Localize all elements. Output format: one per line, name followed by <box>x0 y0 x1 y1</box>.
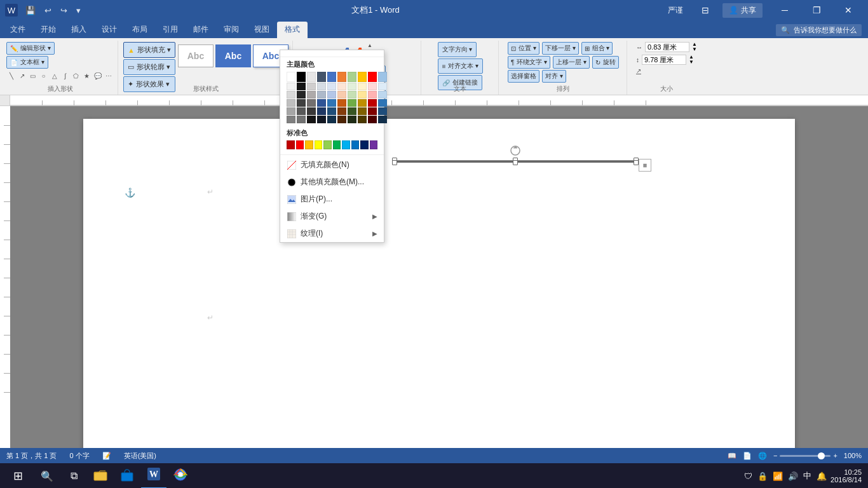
std-color-blue[interactable] <box>351 140 360 149</box>
restore-btn[interactable]: ❐ <box>802 0 831 20</box>
wrap-btn[interactable]: ¶ 环绕文字 ▾ <box>508 56 550 69</box>
texture-item[interactable]: 纹理(I) ▶ <box>280 225 384 242</box>
theme-swatch-4-6[interactable] <box>317 116 326 123</box>
minimize-btn[interactable]: ─ <box>770 0 799 20</box>
theme-swatch-10-2[interactable] <box>378 83 387 90</box>
redo-btn[interactable]: ↪ <box>58 4 70 17</box>
std-color-red[interactable] <box>296 140 304 149</box>
rotate-handle[interactable] <box>509 144 522 159</box>
width-input[interactable] <box>645 42 689 52</box>
theme-swatch-8-5[interactable] <box>358 107 367 115</box>
theme-swatch-2-4[interactable] <box>297 99 306 107</box>
theme-swatch-3-3[interactable] <box>307 91 316 98</box>
gradient-item[interactable]: 渐变(G) ▶ <box>280 208 384 225</box>
chrome-taskbar-btn[interactable] <box>168 463 193 488</box>
handle-bm[interactable] <box>513 160 518 165</box>
ribbon-search[interactable]: 🔍 告诉我你想要做什么 <box>776 24 862 36</box>
theme-swatch-6-2[interactable] <box>337 83 346 90</box>
height-input[interactable] <box>642 55 686 65</box>
textbox-btn[interactable]: 📄 文本框 ▾ <box>6 56 48 69</box>
tab-design[interactable]: 设计 <box>94 22 125 38</box>
bring-front-btn[interactable]: 下移一层 ▾ <box>542 42 579 55</box>
theme-swatch-4-1[interactable] <box>317 72 326 82</box>
rotate-btn[interactable]: ↻ 旋转 <box>592 56 619 69</box>
theme-swatch-1-5[interactable] <box>287 107 295 115</box>
tab-format[interactable]: 格式 <box>277 22 308 38</box>
task-view-btn[interactable]: ⧉ <box>61 463 86 488</box>
theme-swatch-10-1[interactable] <box>378 72 387 82</box>
outline-btn[interactable]: ▭ 形状轮廓 ▾ <box>123 59 175 75</box>
theme-swatch-5-1[interactable] <box>327 72 336 82</box>
tab-view[interactable]: 视图 <box>247 22 277 38</box>
file-explorer-btn[interactable] <box>88 463 113 488</box>
theme-swatch-2-2[interactable] <box>297 83 306 90</box>
theme-swatch-10-4[interactable] <box>378 99 387 107</box>
zoom-track[interactable] <box>780 455 831 457</box>
theme-swatch-1-4[interactable] <box>287 99 295 107</box>
theme-swatch-4-2[interactable] <box>317 83 326 90</box>
picture-item[interactable]: 图片(P)... <box>280 191 384 208</box>
tab-references[interactable]: 引用 <box>155 22 186 38</box>
theme-swatch-5-6[interactable] <box>327 116 336 123</box>
theme-swatch-4-3[interactable] <box>317 91 326 98</box>
save-btn[interactable]: 💾 <box>23 4 38 17</box>
tab-home[interactable]: 开始 <box>33 22 64 38</box>
theme-swatch-1-2[interactable] <box>287 83 295 90</box>
print-layout-icon[interactable]: 📄 <box>743 452 752 460</box>
shape-circle[interactable]: ○ <box>39 71 48 81</box>
layout-options-btn[interactable]: ≡ <box>639 159 651 172</box>
store-btn[interactable] <box>114 463 140 488</box>
shape-container[interactable]: ≡ <box>395 160 636 163</box>
theme-swatch-9-2[interactable] <box>368 83 377 90</box>
align-text-btn[interactable]: ≡ 对齐文本 ▾ <box>438 58 484 74</box>
theme-swatch-7-3[interactable] <box>348 91 356 98</box>
align-btn[interactable]: 对齐 ▾ <box>542 70 566 83</box>
theme-swatch-1-3[interactable] <box>287 91 295 98</box>
style-sample-1[interactable]: Abc <box>178 44 214 67</box>
theme-swatch-7-2[interactable] <box>348 83 356 90</box>
theme-swatch-6-6[interactable] <box>337 116 346 123</box>
width-down[interactable]: ▼ <box>692 47 697 52</box>
tab-file[interactable]: 文件 <box>3 22 33 38</box>
search-taskbar-btn[interactable]: 🔍 <box>34 463 60 488</box>
theme-swatch-2-1[interactable] <box>297 72 306 82</box>
shape-callout[interactable]: 💬 <box>93 71 102 81</box>
shape-pentagon[interactable]: ⬠ <box>71 71 81 81</box>
art-scroll-up[interactable]: ▲ <box>366 42 374 49</box>
shape-curve[interactable]: ∫ <box>60 71 70 81</box>
read-mode-icon[interactable]: 📖 <box>728 452 736 460</box>
theme-swatch-8-6[interactable] <box>358 116 367 123</box>
theme-swatch-7-1[interactable] <box>348 72 356 82</box>
ime-icon[interactable]: 中 <box>803 470 811 482</box>
tab-insert[interactable]: 插入 <box>64 22 94 38</box>
size-dialog-btn[interactable]: ↗ <box>636 67 641 74</box>
theme-swatch-3-6[interactable] <box>307 116 316 123</box>
theme-swatch-7-6[interactable] <box>348 116 356 123</box>
theme-swatch-1-1[interactable] <box>287 72 295 82</box>
theme-swatch-3-4[interactable] <box>307 99 316 107</box>
theme-swatch-9-1[interactable] <box>368 72 377 82</box>
std-color-darkred[interactable] <box>287 140 295 149</box>
theme-swatch-9-5[interactable] <box>368 107 377 115</box>
group-btn[interactable]: ⊞ 组合 ▾ <box>581 42 613 55</box>
std-color-yellow[interactable] <box>315 140 323 149</box>
edit-shape-btn[interactable]: ✏️ 编辑形状 ▾ <box>6 42 55 55</box>
theme-swatch-2-6[interactable] <box>297 116 306 123</box>
height-down[interactable]: ▼ <box>689 60 694 65</box>
zoom-in-btn[interactable]: + <box>833 452 837 459</box>
theme-swatch-8-1[interactable] <box>358 72 367 82</box>
theme-swatch-5-2[interactable] <box>327 83 336 90</box>
theme-swatch-6-5[interactable] <box>337 107 346 115</box>
theme-swatch-6-1[interactable] <box>337 72 346 82</box>
theme-swatch-3-1[interactable] <box>307 72 316 82</box>
theme-swatch-10-5[interactable] <box>378 107 387 115</box>
tab-review[interactable]: 审阅 <box>216 22 247 38</box>
theme-swatch-5-3[interactable] <box>327 91 336 98</box>
theme-swatch-8-3[interactable] <box>358 91 367 98</box>
word-taskbar-btn[interactable]: W <box>141 463 166 488</box>
theme-swatch-6-3[interactable] <box>337 91 346 98</box>
style-sample-2[interactable]: Abc <box>215 44 251 67</box>
theme-swatch-9-6[interactable] <box>368 116 377 123</box>
theme-swatch-7-4[interactable] <box>348 99 356 107</box>
theme-swatch-2-5[interactable] <box>297 107 306 115</box>
